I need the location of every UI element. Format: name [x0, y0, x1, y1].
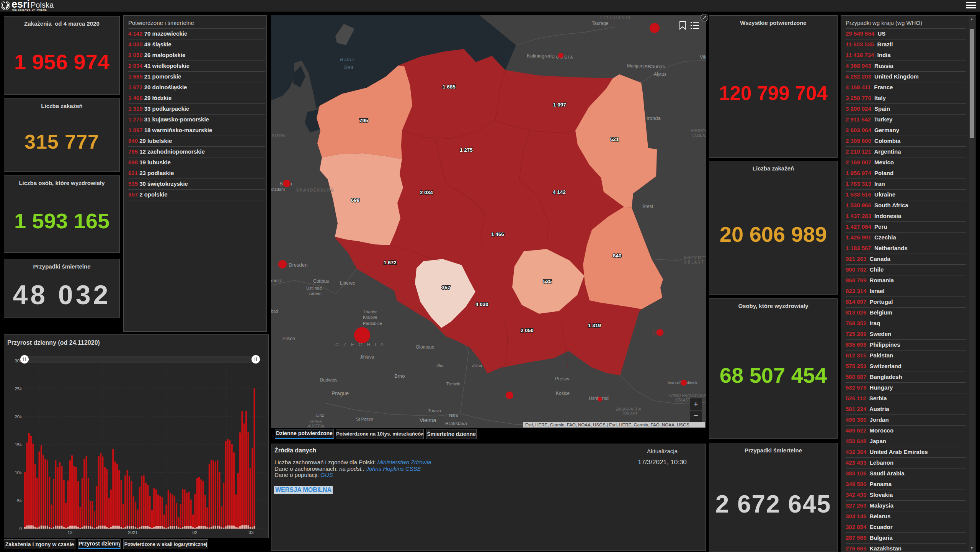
svg-text:Olomouc: Olomouc [416, 344, 434, 350]
svg-text:03: 03 [249, 530, 254, 535]
svg-text:Jihlava: Jihlava [360, 354, 374, 360]
svg-text:2 034: 2 034 [420, 190, 433, 195]
svg-text:Kralove: Kralove [363, 315, 377, 319]
svg-text:Taurage: Taurage [592, 21, 609, 26]
svg-text:mnitz: mnitz [271, 278, 282, 283]
svg-text:Marijampole: Marijampole [627, 63, 652, 69]
svg-text:Brno: Brno [394, 373, 405, 379]
svg-text:Prague: Prague [332, 390, 349, 396]
svg-text:2021: 2021 [128, 530, 138, 535]
svg-text:Usti nad: Usti nad [306, 286, 322, 290]
svg-text:02: 02 [193, 530, 198, 535]
svg-text:1 685: 1 685 [443, 84, 456, 90]
svg-text:Pilsen: Pilsen [283, 336, 295, 341]
svg-text:1 275: 1 275 [460, 147, 473, 153]
svg-text:V O L Y N: V O L Y N [684, 256, 701, 260]
svg-text:25k: 25k [15, 387, 22, 391]
svg-text:535: 535 [543, 278, 552, 284]
svg-text:4 142: 4 142 [553, 189, 566, 195]
svg-text:1 319: 1 319 [588, 323, 601, 328]
svg-text:otsdam: otsdam [271, 187, 285, 192]
svg-text:0: 0 [20, 526, 22, 531]
svg-text:IVANO-FRANKIVSKA: IVANO-FRANKIVSKA [669, 393, 706, 398]
svg-text:Kosice: Kosice [556, 391, 570, 396]
svg-text:4 030: 4 030 [475, 301, 488, 307]
svg-text:5k: 5k [17, 498, 22, 503]
svg-text:L I T H U A N I A: L I T H U A N I A [600, 15, 631, 20]
svg-text:Hronda: Hronda [644, 115, 661, 121]
svg-text:Liberec: Liberec [340, 280, 355, 286]
svg-text:1 466: 1 466 [491, 231, 504, 237]
svg-text:VOBLAS: VOBLAS [692, 133, 706, 138]
svg-text:Trnava: Trnava [428, 408, 441, 413]
svg-text:621: 621 [610, 136, 619, 142]
svg-text:Zlin: Zlin [436, 363, 443, 368]
svg-text:Vienna: Vienna [420, 417, 436, 423]
svg-text:Nitra: Nitra [449, 413, 458, 418]
svg-text:HRODZYEN: HRODZYEN [691, 129, 706, 133]
svg-text:Pardubice: Pardubice [363, 321, 382, 326]
svg-text:20k: 20k [15, 414, 22, 419]
svg-text:Alytus: Alytus [654, 72, 666, 77]
svg-text:UPPER: UPPER [309, 419, 322, 424]
svg-text:2 050: 2 050 [521, 328, 534, 333]
svg-text:Budweis: Budweis [320, 377, 337, 383]
svg-text:OBLAST: OBLAST [675, 398, 690, 402]
svg-text:bad: bad [271, 309, 278, 313]
svg-text:ZAKARPATTIA: ZAKARPATTIA [616, 407, 641, 411]
svg-text:Hradec: Hradec [364, 310, 377, 314]
svg-text:Linz: Linz [316, 413, 324, 418]
svg-text:10k: 10k [15, 470, 22, 475]
svg-text:Labem: Labem [309, 291, 322, 296]
svg-text:357: 357 [442, 285, 451, 290]
svg-text:12: 12 [68, 530, 73, 535]
svg-text:St Polten: St Polten [356, 417, 373, 421]
svg-text:O B L A S T: O B L A S T [684, 260, 704, 264]
svg-text:1 097: 1 097 [553, 102, 566, 108]
svg-text:1 672: 1 672 [384, 260, 397, 265]
svg-text:698: 698 [351, 197, 360, 203]
svg-text:Brest: Brest [642, 204, 653, 209]
svg-text:15k: 15k [15, 442, 22, 447]
svg-text:BRANDENBURG: BRANDENBURG [296, 188, 335, 192]
svg-text:Zilina: Zilina [472, 363, 482, 368]
svg-text:Cottbus: Cottbus [313, 278, 329, 284]
svg-text:AUSTRIA: AUSTRIA [308, 424, 325, 428]
svg-text:Trencin: Trencin [446, 382, 460, 386]
svg-text:Presov: Presov [555, 376, 569, 382]
svg-text:Baltic: Baltic [340, 57, 354, 62]
svg-text:795: 795 [359, 118, 368, 123]
svg-text:840: 840 [613, 253, 622, 259]
svg-text:Sea: Sea [344, 64, 354, 70]
svg-text:STERN: STERN [272, 134, 285, 138]
svg-text:Bratislava: Bratislava [445, 421, 467, 426]
svg-text:Dresden: Dresden [289, 262, 307, 268]
svg-text:Viln: Viln [700, 54, 706, 60]
svg-text:Kaliningrad: Kaliningrad [527, 53, 552, 59]
svg-text:OBLAST: OBLAST [622, 412, 637, 416]
